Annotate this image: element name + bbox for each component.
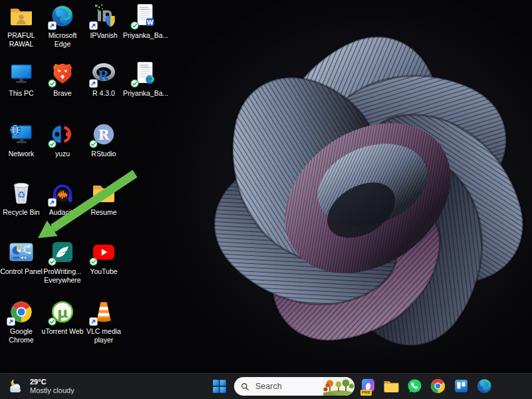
taskbar-app-file-explorer[interactable] <box>382 377 400 395</box>
moon-cloud-icon <box>7 376 27 396</box>
recycle-bin-icon: ♻ <box>8 180 35 206</box>
desktop-icon-vlc-media-player[interactable]: VLC mediaplayer <box>83 299 124 344</box>
rstudio-icon: R <box>90 121 117 148</box>
desktop-icon-label: VLC mediaplayer <box>82 327 126 344</box>
windows-logo-icon <box>211 387 228 397</box>
desktop-icon-priyanka-word-doc[interactable]: WPriyanka_Ba... <box>124 3 166 40</box>
taskbar: 29°C Mostly cloudy Search PRE <box>0 373 532 399</box>
taskbar-app-trello[interactable] <box>452 377 470 395</box>
desktop-icon-network[interactable]: Network <box>1 121 42 158</box>
utorrent-icon: µ <box>49 299 76 325</box>
pinned-apps: PRE <box>359 377 493 395</box>
desktop-icon-microsoft-edge[interactable]: MicrosoftEdge <box>42 3 83 49</box>
desktop-icon-label: This PC <box>0 89 43 98</box>
folder-icon <box>90 180 117 206</box>
search-icon <box>240 382 250 392</box>
synced-badge-icon <box>130 21 139 30</box>
desktop-icon-label: Audacity <box>41 208 84 217</box>
desktop-icon-label: Recycle Bin <box>0 208 43 217</box>
user-folder-icon <box>8 3 35 29</box>
preview-badge: PRE <box>360 390 372 396</box>
search-placeholder: Search <box>255 382 323 391</box>
desktop-icon-rstudio[interactable]: RRStudio <box>83 121 124 158</box>
ipvanish-icon <box>90 3 117 29</box>
yuzu-icon <box>49 121 76 148</box>
synced-badge-icon <box>89 140 98 148</box>
desktop-icon-label: Brave <box>41 89 84 98</box>
brave-icon <box>49 61 76 87</box>
desktop-icon-brave[interactable]: Brave <box>42 61 83 98</box>
desktop-icon-label: Resume <box>82 208 126 217</box>
desktop-icon-label: RStudio <box>82 150 126 158</box>
word-doc-icon: W <box>132 3 158 29</box>
chrome-icon <box>8 299 35 325</box>
desktop-icon-r-4-3-0[interactable]: RR 4.3.0 <box>83 61 124 98</box>
weather-condition: Mostly cloudy <box>30 386 74 395</box>
desktop-icon-utorrent-web[interactable]: µuTorrent Web <box>42 299 83 336</box>
synced-badge-icon <box>48 317 57 326</box>
desktop-icon-label: Control Panel <box>0 267 43 276</box>
desktop-icon-this-pc[interactable]: This PC <box>1 61 42 98</box>
desktop: PRAFULRAWALMicrosoftEdgeIPVanishWPriyank… <box>0 0 532 399</box>
audacity-icon <box>49 180 76 206</box>
edge-icon <box>49 3 76 29</box>
network-icon <box>8 121 35 148</box>
desktop-icon-label: MicrosoftEdge <box>41 31 84 49</box>
shortcut-badge-icon <box>89 21 98 30</box>
taskbar-app-chrome[interactable] <box>429 377 447 395</box>
desktop-icon-priyanka-edge-doc[interactable]: Priyanka_Ba... <box>124 61 166 98</box>
taskbar-app-whatsapp[interactable] <box>406 377 424 395</box>
seasonal-trees-art-icon <box>323 377 354 396</box>
desktop-icon-control-panel[interactable]: Control Panel <box>1 239 42 276</box>
desktop-icon-recycle-bin[interactable]: ♻Recycle Bin <box>1 180 42 217</box>
svg-text:♻: ♻ <box>17 190 26 200</box>
desktop-icon-label: ProWriting...Everywhere <box>41 267 84 285</box>
shortcut-badge-icon <box>48 198 57 207</box>
desktop-icon-resume-folder[interactable]: Resume <box>83 180 124 217</box>
svg-text:W: W <box>147 19 154 26</box>
desktop-icon-label: Priyanka_Ba... <box>123 31 167 40</box>
youtube-icon <box>90 239 117 265</box>
shortcut-badge-icon <box>89 79 98 88</box>
r-logo-icon: R <box>90 61 117 87</box>
svg-text:R: R <box>98 67 110 84</box>
desktop-icon-label: uTorrent Web <box>41 327 84 336</box>
synced-badge-icon <box>48 79 57 88</box>
desktop-icon-label: GoogleChrome <box>0 327 43 344</box>
svg-text:R: R <box>98 127 110 143</box>
desktop-icon-label: Network <box>0 150 43 158</box>
prowriting-icon <box>49 239 76 265</box>
this-pc-icon <box>8 61 35 87</box>
desktop-icon-google-chrome[interactable]: GoogleChrome <box>1 299 42 344</box>
synced-badge-icon <box>48 140 57 148</box>
vlc-icon <box>90 299 117 325</box>
desktop-icon-prowritingaid-everywhere[interactable]: ProWriting...Everywhere <box>42 239 83 285</box>
desktop-icon-ipvanish[interactable]: IPVanish <box>83 3 124 40</box>
shortcut-badge-icon <box>48 21 57 30</box>
desktop-icon-label: IPVanish <box>82 31 126 40</box>
shortcut-badge-icon <box>7 317 15 326</box>
desktop-icon-label: PRAFULRAWAL <box>0 31 43 49</box>
shortcut-badge-icon <box>89 317 98 326</box>
desktop-icon-praful-rawal-folder[interactable]: PRAFULRAWAL <box>1 3 42 49</box>
desktop-icon-label: yuzu <box>41 150 84 158</box>
svg-text:µ: µ <box>57 305 68 321</box>
taskbar-app-copilot[interactable]: PRE <box>359 377 377 395</box>
desktop-icon-label: R 4.3.0 <box>82 89 126 98</box>
desktop-icon-label: Priyanka_Ba... <box>123 89 167 98</box>
weather-widget[interactable]: 29°C Mostly cloudy <box>5 375 76 398</box>
desktop-icon-youtube[interactable]: YouTube <box>83 239 124 276</box>
edge-doc-icon <box>132 61 158 87</box>
desktop-icon-label: YouTube <box>82 267 126 276</box>
desktop-icon-yuzu[interactable]: yuzu <box>42 121 83 158</box>
start-button[interactable] <box>211 378 228 395</box>
synced-badge-icon <box>89 257 98 266</box>
weather-temperature: 29°C <box>30 378 74 386</box>
synced-badge-icon <box>48 257 57 266</box>
desktop-icon-audacity[interactable]: Audacity <box>42 180 83 217</box>
synced-badge-icon <box>130 79 139 88</box>
search-box[interactable]: Search <box>234 377 354 396</box>
taskbar-app-edge[interactable] <box>475 377 493 395</box>
control-panel-icon <box>8 239 35 265</box>
